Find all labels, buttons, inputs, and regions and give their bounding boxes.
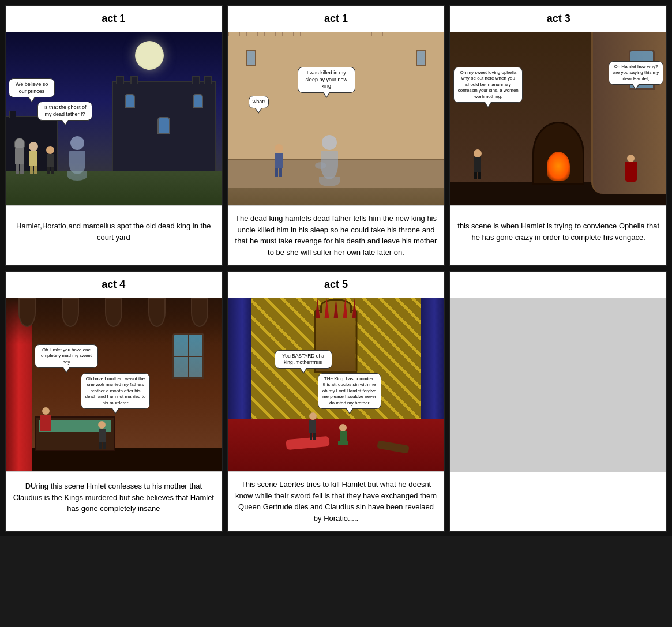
hamlet2-legs xyxy=(275,168,282,177)
hamlet2-head xyxy=(275,144,283,153)
panel-description-5: This scene Laertes tries to kill Hamlet … xyxy=(228,471,444,531)
panel-description-3: this scene is when Hamlet is trying to c… xyxy=(450,205,666,257)
speech-bubble-1a: We believe so our princes xyxy=(9,78,55,97)
window-4 xyxy=(172,333,204,379)
ghost1-tail xyxy=(67,171,87,181)
ophelia-body xyxy=(625,162,637,182)
batt7 xyxy=(336,32,347,36)
hamlet1-body xyxy=(47,154,54,167)
hamlet5-legs xyxy=(310,433,316,440)
batt9 xyxy=(371,32,383,36)
batt-gap5 xyxy=(313,32,316,36)
empty-desc-text xyxy=(557,492,560,504)
empty-scene xyxy=(450,298,666,471)
hamlet1-leg2 xyxy=(51,167,54,174)
hamlet3-leg1 xyxy=(474,172,477,179)
ghost2-head xyxy=(322,135,337,150)
ground-1 xyxy=(6,171,222,205)
hamlet2-leg2 xyxy=(279,168,282,177)
spike4 xyxy=(343,298,347,318)
hamlet2-leg1 xyxy=(275,168,278,177)
knight1-legs xyxy=(16,164,24,174)
kneel-legs xyxy=(338,441,348,445)
speech-bubble-5a: You BASTARD of a king .motherrrr!!!!! xyxy=(275,350,332,369)
panel-description-4: DUring this scene Hmlet confesses tu his… xyxy=(6,471,222,523)
turret3 xyxy=(192,76,200,84)
window-cross-v xyxy=(188,335,189,377)
hamlet3-leg2 xyxy=(478,172,481,179)
panel-title-4: act 4 xyxy=(6,272,222,298)
batt-gap6 xyxy=(331,32,334,36)
scene-act4: Oh Hmlet you have one ompletely mad my s… xyxy=(6,298,222,471)
knight2-body xyxy=(29,151,37,166)
panel-description-1: Hamlet,Horatio,and marcellus spot the ol… xyxy=(6,205,222,257)
hamlet4-leg2 xyxy=(103,442,106,449)
knight2-leg1 xyxy=(30,166,33,174)
hamlet1-leg1 xyxy=(47,167,50,174)
spike3 xyxy=(333,298,338,318)
panel-title-6 xyxy=(450,272,666,298)
batt5 xyxy=(300,32,311,36)
knight-1 xyxy=(14,138,25,174)
hamlet-4 xyxy=(98,421,106,449)
gertrude-head xyxy=(42,407,50,415)
panel-description-2: The dead king hamlets dead father tells … xyxy=(228,205,444,265)
red-carpet xyxy=(228,419,444,471)
knight1-body xyxy=(15,148,24,164)
castle-window1 xyxy=(125,94,135,108)
ghost-1 xyxy=(69,136,85,174)
castle-window2 xyxy=(193,94,203,108)
spike1 xyxy=(315,298,320,318)
panel-act4: act 4 xyxy=(5,271,223,532)
batt2 xyxy=(246,32,258,36)
fire xyxy=(547,152,570,181)
hamlet3-legs xyxy=(474,172,481,179)
hamlet4-head xyxy=(98,421,106,429)
speech-bubble-4b: Oh have I mother,I wasnt the one woh mar… xyxy=(81,373,150,409)
arch5 xyxy=(191,298,208,327)
knight-2 xyxy=(29,142,38,174)
hamlet4-legs xyxy=(99,442,106,449)
knight2-head xyxy=(29,142,38,151)
panel-act1-2: act 1 xyxy=(227,5,445,266)
scene-act1-1: We believe so our princes Is that the gh… xyxy=(6,32,222,205)
cw2 xyxy=(416,50,426,66)
turret2 xyxy=(130,76,138,84)
hamlet2-body xyxy=(275,153,283,168)
speech-bubble-2a: what! xyxy=(249,96,269,108)
kneel-head xyxy=(339,424,347,431)
battlements-top xyxy=(228,32,383,36)
batt-gap1 xyxy=(242,32,245,36)
ophelia-head xyxy=(627,155,635,162)
arch2 xyxy=(62,298,79,327)
batt-gap4 xyxy=(295,32,298,36)
knight1-helm xyxy=(14,138,25,148)
sm-turret1 xyxy=(9,111,16,118)
speech-bubble-5b: THe King, has commited this attroucios s… xyxy=(318,373,381,409)
castle-bg xyxy=(112,81,216,174)
panel-act1-1: act 1 xyxy=(5,5,223,266)
hamlet1-head xyxy=(46,146,54,154)
batt-gap7 xyxy=(349,32,352,36)
panel-image-6 xyxy=(450,298,666,471)
panel-title-5: act 5 xyxy=(228,272,444,298)
speech-bubble-2b: I was killed in my sleep by your new kin… xyxy=(298,67,355,93)
batt1 xyxy=(228,32,240,36)
floor-4 xyxy=(6,448,222,471)
panel-description-6 xyxy=(450,471,666,523)
hamlet4-leg1 xyxy=(99,442,102,449)
ghost1-head xyxy=(70,136,84,150)
hamlet-2 xyxy=(275,144,283,177)
panel-title-2: act 1 xyxy=(228,6,444,32)
scene-act1-2: what! I was killed in my sleep by your n… xyxy=(228,32,444,205)
arch1 xyxy=(18,298,36,327)
ghost1-body xyxy=(69,151,85,174)
speech-bubble-3b: Oh Hamlet how why? are you saying this m… xyxy=(609,61,663,85)
knight2-legs xyxy=(30,166,37,174)
batt3 xyxy=(264,32,276,36)
cw1 xyxy=(246,50,256,66)
ghost2-tail xyxy=(319,177,340,186)
knight2-leg2 xyxy=(34,166,37,174)
batt-gap2 xyxy=(260,32,262,36)
speech-bubble-1b: Is that the ghost of my dead father !? xyxy=(37,102,92,121)
